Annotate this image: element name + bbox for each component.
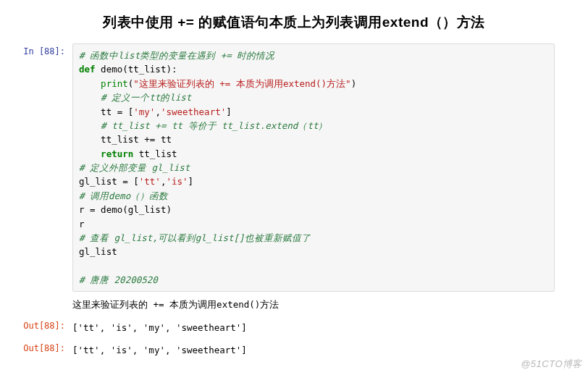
watermark: @51CTO博客 (521, 358, 582, 371)
string-literal: "这里来验证列表的 += 本质为调用extend()方法" (133, 78, 350, 89)
string-literal: 'my' (133, 106, 155, 117)
keyword-def: def (79, 64, 96, 75)
in-prompt: In [88]: (0, 43, 72, 56)
code-line: r (79, 219, 85, 229)
code-line: r = demo(gl_list) (79, 204, 172, 215)
code-line: gl_list (79, 246, 117, 257)
code-text: tt = [ (79, 106, 133, 117)
code-line: # 调用demo（）函数 (79, 190, 168, 201)
builtin-print: print (101, 78, 128, 89)
code-line: # 定义外部变量 gl_list (79, 162, 190, 173)
code-text: , (155, 106, 161, 117)
code-text: ] (188, 176, 194, 187)
string-literal: 'is' (166, 176, 188, 187)
output-value: ['tt', 'is', 'my', 'sweetheart'] (72, 318, 555, 337)
keyword-return: return (101, 148, 133, 159)
page: 列表中使用 += 的赋值语句本质上为列表调用extend（）方法 In [88]… (0, 0, 588, 375)
code-text: tt_list (133, 148, 177, 159)
out-prompt: Out[88]: (0, 340, 72, 353)
string-literal: 'sweetheart' (161, 106, 226, 117)
output-value: ['tt', 'is', 'my', 'sweetheart'] (72, 340, 555, 360)
code-text: demo(tt_list): (96, 64, 177, 75)
code-line: # 函数中list类型的变量在遇到 += 时的情况 (79, 50, 274, 61)
code-line: # tt_list += tt 等价于 tt_list.extend（tt） (79, 120, 327, 131)
code-line: tt_list += tt (79, 134, 172, 145)
code-text: gl_list = [ (79, 176, 139, 187)
string-literal: 'tt' (139, 176, 161, 187)
code-input[interactable]: # 函数中list类型的变量在遇到 += 时的情况 def demo(tt_li… (72, 43, 555, 292)
input-cell: In [88]: # 函数中list类型的变量在遇到 += 时的情况 def d… (0, 42, 588, 293)
code-line: # 查看 gl_list,可以看到gl_list[]也被重新赋值了 (79, 232, 311, 243)
code-line: # 唐唐 20200520 (79, 274, 158, 285)
stdout-cell: 这里来验证列表的 += 本质为调用extend()方法 (0, 293, 588, 316)
code-line: # 定义一个tt的list (79, 92, 191, 103)
stdout-output: 这里来验证列表的 += 本质为调用extend()方法 (72, 295, 555, 314)
code-text: ] (226, 106, 232, 117)
output-cell-2: Out[88]: ['tt', 'is', 'my', 'sweetheart'… (0, 339, 588, 361)
out-prompt: Out[88]: (0, 318, 72, 331)
page-title: 列表中使用 += 的赋值语句本质上为列表调用extend（）方法 (0, 0, 588, 42)
empty-prompt (0, 295, 72, 298)
output-cell-1: Out[88]: ['tt', 'is', 'my', 'sweetheart'… (0, 316, 588, 339)
